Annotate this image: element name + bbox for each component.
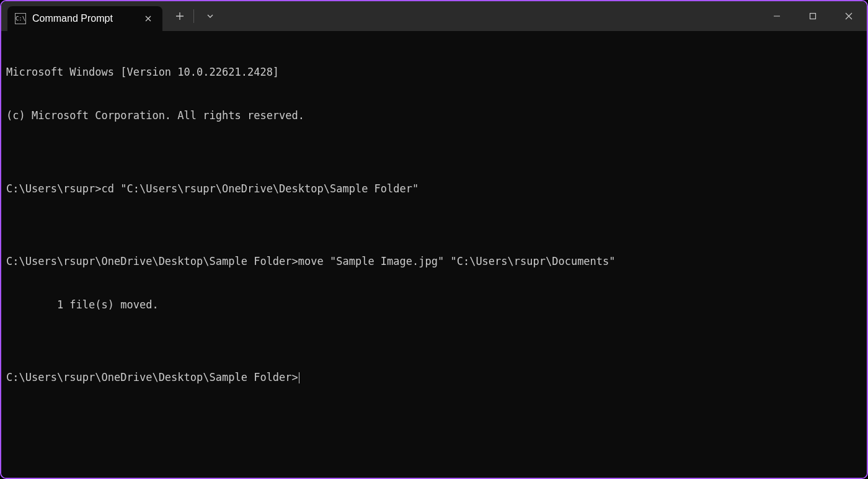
terminal-prompt: C:\Users\rsupr\OneDrive\Desktop\Sample F…	[6, 371, 298, 383]
close-tab-icon[interactable]	[143, 13, 154, 24]
minimize-button[interactable]	[759, 3, 795, 29]
maximize-button[interactable]	[795, 3, 831, 29]
terminal-output[interactable]: Microsoft Windows [Version 10.0.22621.24…	[1, 31, 867, 478]
new-tab-button[interactable]	[169, 5, 191, 27]
tab-title: Command Prompt	[32, 13, 136, 24]
tab-actions	[166, 1, 221, 31]
tab-dropdown-button[interactable]	[199, 5, 221, 27]
titlebar: C:\ Command Prompt	[1, 1, 867, 31]
cursor	[299, 372, 299, 383]
divider	[193, 9, 194, 23]
terminal-line: 1 file(s) moved.	[6, 298, 862, 312]
close-window-button[interactable]	[831, 3, 867, 29]
window-controls	[759, 1, 867, 31]
terminal-line: (c) Microsoft Corporation. All rights re…	[6, 109, 862, 123]
terminal-prompt-line: C:\Users\rsupr\OneDrive\Desktop\Sample F…	[6, 370, 862, 385]
svg-rect-0	[810, 14, 816, 19]
tab-command-prompt[interactable]: C:\ Command Prompt	[7, 6, 162, 31]
terminal-line: Microsoft Windows [Version 10.0.22621.24…	[6, 65, 862, 79]
titlebar-left: C:\ Command Prompt	[1, 1, 221, 31]
terminal-line: C:\Users\rsupr>cd "C:\Users\rsupr\OneDri…	[6, 182, 862, 196]
cmd-icon: C:\	[15, 13, 26, 24]
terminal-line: C:\Users\rsupr\OneDrive\Desktop\Sample F…	[6, 254, 862, 269]
